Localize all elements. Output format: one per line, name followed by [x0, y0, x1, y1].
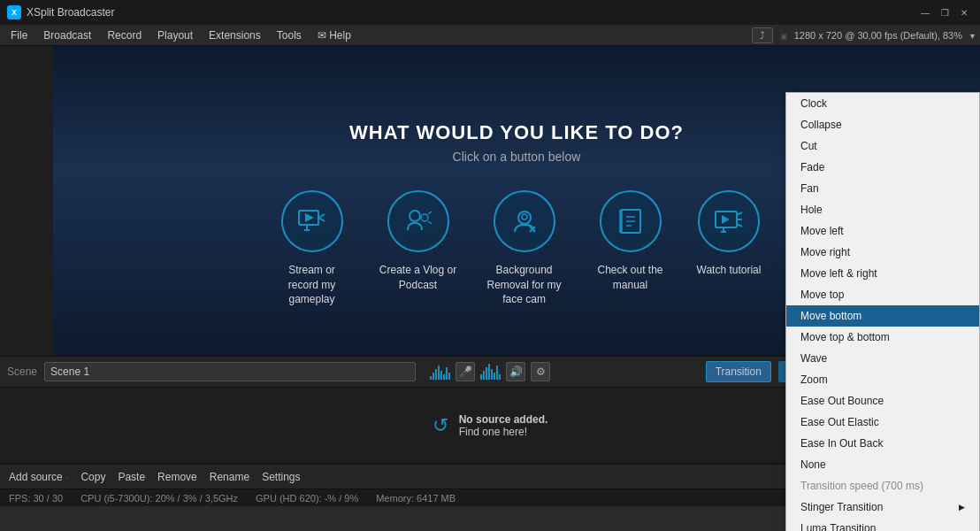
audio-bar-2 — [433, 373, 434, 380]
transition-button[interactable]: Transition — [706, 361, 771, 382]
dropdown-item-17[interactable]: None — [786, 454, 979, 475]
left-sidebar — [0, 46, 53, 356]
speaker-bar-1 — [480, 374, 482, 380]
menu-bar: File Broadcast Record Playout Extensions… — [0, 25, 980, 46]
scene-name-input[interactable] — [44, 362, 416, 381]
scene-label: Scene — [7, 366, 37, 378]
tutorial-icon-circle — [698, 190, 760, 252]
gpu-display: GPU (HD 620): -% / 9% — [256, 493, 358, 504]
window-controls: — ❒ ✕ — [916, 5, 973, 19]
copy-link[interactable]: Copy — [80, 471, 105, 483]
option-stream-label: Stream or record my gameplay — [272, 263, 352, 307]
menu-right: ⤴ ▣ 1280 x 720 @ 30,00 fps (Default), 83… — [752, 27, 976, 43]
menu-file[interactable]: File — [4, 27, 34, 43]
audio-bar-5 — [440, 371, 442, 380]
dropdown-item-6[interactable]: Move left — [786, 220, 979, 242]
mic-button[interactable]: 🎤 — [456, 362, 475, 381]
dropdown-item-18[interactable]: Transition speed (700 ms) — [786, 475, 979, 496]
svg-line-2 — [318, 214, 325, 218]
svg-marker-1 — [305, 213, 314, 222]
restore-button[interactable]: ❒ — [936, 5, 953, 19]
audio-bar-1 — [430, 376, 432, 380]
dropdown-item-12[interactable]: Wave — [786, 348, 979, 369]
svg-line-3 — [318, 218, 325, 221]
svg-point-11 — [522, 214, 527, 219]
stream-icon-circle — [281, 190, 343, 252]
option-tutorial[interactable]: Watch tutorial — [697, 190, 762, 278]
dropdown-item-3[interactable]: Fade — [786, 157, 979, 178]
menu-broadcast[interactable]: Broadcast — [36, 27, 98, 43]
cpu-display: CPU (i5-7300U): 20% / 3% / 3,5GHz — [80, 493, 238, 504]
dropdown-item-5[interactable]: Hole — [786, 199, 979, 220]
dropdown-item-19[interactable]: Stinger Transition▶ — [786, 496, 979, 518]
option-tutorial-label: Watch tutorial — [697, 263, 762, 278]
menu-help[interactable]: ✉ Help — [310, 27, 358, 43]
audio-bar-4 — [438, 366, 440, 380]
bg-removal-icon — [509, 205, 540, 237]
title-bar: X XSplit Broadcaster — ❒ ✕ — [0, 0, 980, 25]
close-button[interactable]: ✕ — [955, 5, 973, 19]
speaker-bar-7 — [496, 366, 498, 380]
dropdown-item-14[interactable]: Ease Out Bounce — [786, 390, 979, 412]
svg-marker-20 — [722, 215, 730, 224]
add-source-link[interactable]: Add source · — [9, 471, 68, 483]
menu-playout[interactable]: Playout — [150, 27, 200, 43]
dropdown-item-16[interactable]: Ease In Out Back — [786, 433, 979, 454]
menu-record[interactable]: Record — [100, 27, 149, 43]
audio-bar-6 — [443, 374, 445, 380]
no-source-line1: No source added. — [459, 413, 548, 426]
mic-bars — [430, 364, 450, 380]
speaker-bar-6 — [494, 373, 495, 380]
dropdown-item-9[interactable]: Move top — [786, 284, 979, 305]
option-vlog-label: Create a Vlog or Podcast — [379, 263, 458, 293]
remove-link[interactable]: Remove — [157, 471, 197, 483]
vlog-icon — [402, 205, 434, 237]
speaker-bars — [480, 364, 501, 380]
speaker-bar-8 — [499, 374, 501, 380]
option-bg-removal[interactable]: Background Removal for my face cam — [485, 190, 564, 307]
option-stream[interactable]: Stream or record my gameplay — [272, 190, 352, 307]
option-manual-label: Check out the manual — [591, 263, 670, 293]
svg-point-6 — [410, 211, 420, 221]
dropdown-item-7[interactable]: Move right — [786, 242, 979, 263]
settings-link[interactable]: Settings — [262, 471, 300, 483]
dropdown-item-10[interactable]: Move bottom — [786, 305, 979, 327]
app-title: XSplit Broadcaster — [27, 6, 114, 19]
dropdown-item-11[interactable]: Move top & bottom — [786, 327, 979, 348]
option-manual[interactable]: Check out the manual — [591, 190, 670, 293]
dropdown-item-13[interactable]: Zoom — [786, 369, 979, 390]
dropdown-item-4[interactable]: Fan — [786, 178, 979, 199]
tutorial-icon — [713, 205, 745, 237]
share-button[interactable]: ⤴ — [752, 27, 773, 43]
dropdown-item-2[interactable]: Cut — [786, 135, 979, 157]
dropdown-item-1[interactable]: Collapse — [786, 114, 979, 135]
menu-tools[interactable]: Tools — [270, 27, 309, 43]
dropdown-item-0[interactable]: Clock — [786, 93, 979, 114]
dropdown-item-20[interactable]: Luma Transition — [786, 518, 979, 531]
svg-rect-15 — [619, 210, 623, 233]
resolution-info: ▣ 1280 x 720 @ 30,00 fps (Default), 83% … — [780, 30, 976, 41]
memory-display: Memory: 6417 MB — [376, 493, 456, 504]
settings-icon-button[interactable]: ⚙ — [531, 362, 550, 381]
fps-display: FPS: 30 / 30 — [9, 493, 63, 504]
option-bg-removal-label: Background Removal for my face cam — [485, 263, 564, 307]
audio-bar-8 — [448, 373, 450, 380]
dropdown-item-15[interactable]: Ease Out Elastic — [786, 412, 979, 433]
app-icon: X — [7, 5, 21, 19]
audio-controls: 🎤 🔊 ⚙ — [430, 362, 550, 381]
no-source-container: ↺ No source added. Find one here! — [433, 413, 548, 438]
manual-icon — [615, 205, 647, 237]
no-source-line2[interactable]: Find one here! — [459, 426, 548, 438]
dropdown-item-8[interactable]: Move left & right — [786, 263, 979, 284]
vlog-icon-circle — [387, 190, 449, 252]
audio-bar-3 — [435, 369, 437, 380]
main-title: WHAT WOULD YOU LIKE TO DO? — [349, 121, 684, 144]
main-subtitle: Click on a button below — [453, 150, 581, 164]
paste-link[interactable]: Paste — [118, 471, 145, 483]
speaker-bar-2 — [483, 371, 485, 380]
option-vlog[interactable]: Create a Vlog or Podcast — [379, 190, 458, 293]
speaker-button[interactable]: 🔊 — [506, 362, 525, 381]
minimize-button[interactable]: — — [916, 5, 934, 19]
rename-link[interactable]: Rename — [210, 471, 249, 483]
menu-extensions[interactable]: Extensions — [202, 27, 268, 43]
